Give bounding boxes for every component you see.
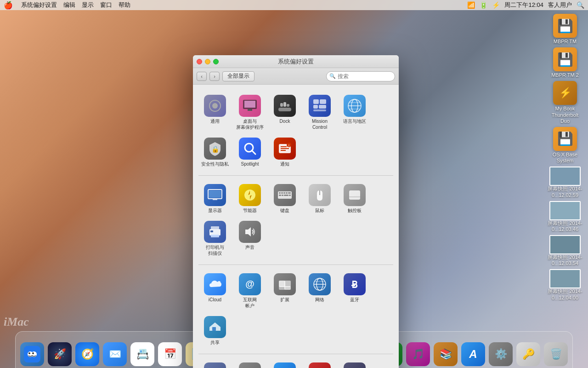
dock-itunes[interactable]: 🎵 xyxy=(405,340,431,366)
dock-appstore[interactable]: A xyxy=(460,340,486,366)
nav-back-button[interactable]: ‹ xyxy=(197,72,207,81)
desktop-icon-mybook[interactable]: ⚡ My Book Thunderbolt Duo xyxy=(547,81,583,124)
pref-item-dock[interactable]: Dock xyxy=(268,92,301,133)
displays-icon xyxy=(207,187,223,203)
calendar-icon: 📅 xyxy=(164,348,176,360)
dock-contacts[interactable]: 📇 xyxy=(130,340,155,366)
pref-item-notifications[interactable]: ! 通知 xyxy=(268,135,301,170)
network-icon xyxy=(311,276,328,293)
pref-item-trackpad[interactable]: 触控板 xyxy=(338,181,371,216)
pref-section-internet: iCloud @ 互联网帐户 xyxy=(198,269,393,350)
pref-item-displays[interactable]: 显示器 xyxy=(198,181,232,216)
dock-ibooks[interactable]: 📚 xyxy=(433,340,458,366)
power-icon: ⚡ xyxy=(492,1,500,9)
pref-item-printers[interactable]: 打印机与扫描仪 xyxy=(198,218,232,259)
pref-item-extensions[interactable]: 扩展 xyxy=(268,270,301,311)
screenshot-label: 屏幕快照 2014-0...12.03.46 xyxy=(547,220,583,232)
pref-item-sound[interactable]: 声音 xyxy=(233,218,266,259)
search-box[interactable]: 🔍 xyxy=(326,71,395,81)
pref-label-general: 通用 xyxy=(210,118,220,124)
dock-keychain[interactable]: 🔑 xyxy=(515,340,541,366)
trackpad-icon xyxy=(346,187,363,203)
desktop-icon-mbpr-tm[interactable]: 💾 MBPR TM xyxy=(547,14,583,45)
desktop-icon-screenshot4[interactable]: 屏幕快照 2014-0...12.04.00 xyxy=(547,269,583,300)
drive-icon: 💾 xyxy=(557,131,573,146)
pref-item-network[interactable]: 网络 xyxy=(303,270,336,311)
drive-label: MBPR TM xyxy=(554,39,577,45)
desktop-icon-osx-base[interactable]: 💾 OS X Base System xyxy=(547,127,583,164)
svg-rect-60 xyxy=(212,327,216,331)
close-button[interactable] xyxy=(197,59,202,64)
screenshot-thumb xyxy=(549,269,581,288)
dock-finder[interactable] xyxy=(19,340,45,366)
dock-calendar[interactable]: 📅 xyxy=(157,340,183,366)
pref-label-dock: Dock xyxy=(280,118,290,124)
nav-forward-button[interactable]: › xyxy=(209,72,220,81)
pref-item-users[interactable]: 用户与群组 xyxy=(198,360,232,368)
menubar-help[interactable]: 帮助 xyxy=(119,1,130,9)
dock-safari[interactable]: 🧭 xyxy=(74,340,100,366)
pref-item-parental[interactable]: 家长控制 xyxy=(233,360,266,368)
pref-item-desktop[interactable]: 桌面与屏幕保护程序 xyxy=(233,92,266,133)
chevron-right-icon: › xyxy=(214,74,215,79)
svg-rect-48 xyxy=(210,230,213,232)
screenshot-label: 屏幕快照 2014-0...12.03.54 xyxy=(547,254,583,266)
section-divider-3 xyxy=(198,354,393,354)
menubar-syspref[interactable]: 系统偏好设置 xyxy=(21,1,57,9)
ibooks-icon: 📚 xyxy=(440,348,452,360)
menubar: 🍎 系统偏好设置 编辑 显示 窗口 帮助 📶 🔋 ⚡ 周二下午12:04 客人用… xyxy=(0,0,588,10)
svg-rect-29 xyxy=(209,190,221,198)
pref-label-bluetooth: 蓝牙 xyxy=(350,297,359,303)
pref-item-general[interactable]: 通用 xyxy=(198,92,232,133)
minimize-button[interactable] xyxy=(205,59,210,64)
safari-icon: 🧭 xyxy=(81,348,94,360)
drive-icon: ⚡ xyxy=(559,87,571,99)
pref-item-dictation[interactable]: 18 听写与语音 xyxy=(303,360,336,368)
pref-item-sharing[interactable]: 共享 xyxy=(198,313,232,348)
dock-launchpad[interactable]: 🚀 xyxy=(47,340,73,366)
menubar-display[interactable]: 显示 xyxy=(82,1,94,9)
svg-rect-41 xyxy=(289,195,291,196)
search-input[interactable] xyxy=(338,73,392,80)
sharing-icon xyxy=(207,319,223,335)
spotlight-icon xyxy=(242,140,258,157)
maximize-button[interactable] xyxy=(213,59,219,64)
printers-icon xyxy=(207,224,223,240)
pref-item-iaccounts[interactable]: @ 互联网帐户 xyxy=(233,270,266,311)
pref-item-datetime[interactable]: 18 日期与时间 xyxy=(338,360,371,368)
desktop-icon-screenshot2[interactable]: 屏幕快照 2014-0...12.03.46 xyxy=(547,201,583,232)
dock-trash[interactable]: 🗑️ xyxy=(543,340,569,366)
pref-item-spotlight[interactable]: Spotlight xyxy=(233,135,266,170)
svg-rect-12 xyxy=(319,105,326,109)
pref-item-keyboard[interactable]: 键盘 xyxy=(268,181,301,216)
pref-label-spotlight: Spotlight xyxy=(241,161,259,167)
pref-item-icloud[interactable]: iCloud xyxy=(198,270,232,311)
pref-item-bluetooth[interactable]: Ƀ 蓝牙 xyxy=(338,270,371,311)
dock-sysprefs[interactable]: ⚙️ xyxy=(488,340,514,366)
menubar-edit[interactable]: 编辑 xyxy=(63,1,75,9)
search-icon: 🔍 xyxy=(329,73,336,79)
show-all-button[interactable]: 全部显示 xyxy=(222,71,254,81)
desktop-icon-screenshot3[interactable]: 屏幕快照 2014-0...12.03.54 xyxy=(547,235,583,266)
datetime-icon: 18 xyxy=(346,365,363,368)
menubar-user[interactable]: 客人用户 xyxy=(548,1,572,9)
pref-item-mission[interactable]: MissionControl xyxy=(303,92,336,133)
pref-item-security[interactable]: 🔒 安全性与隐私 xyxy=(198,135,232,170)
desktop-icon-screenshot1[interactable]: 屏幕快照 2014-0...12.02.59 xyxy=(547,167,583,198)
svg-rect-7 xyxy=(283,102,286,107)
sysprefs-dock-icon: ⚙️ xyxy=(495,348,507,360)
svg-line-21 xyxy=(252,150,255,154)
menubar-window[interactable]: 窗口 xyxy=(100,1,112,9)
pref-label-security: 安全性与隐私 xyxy=(201,161,229,167)
desktop-icon-mbpr-tm2[interactable]: 💾 MBPR TM 2 xyxy=(547,47,583,78)
dock-mail[interactable]: ✉️ xyxy=(102,340,128,366)
section-divider-2 xyxy=(198,264,393,265)
apple-menu[interactable]: 🍎 xyxy=(4,1,13,10)
svg-rect-13 xyxy=(313,109,326,111)
pref-item-language[interactable]: 语言与地区 xyxy=(338,92,371,133)
pref-item-energy[interactable]: 节能器 xyxy=(233,181,266,216)
pref-item-mouse[interactable]: 鼠标 xyxy=(303,181,336,216)
sound-icon xyxy=(242,224,258,240)
pref-item-appstore[interactable]: A App Store xyxy=(268,360,301,368)
menubar-search-icon[interactable]: 🔍 xyxy=(577,1,584,9)
